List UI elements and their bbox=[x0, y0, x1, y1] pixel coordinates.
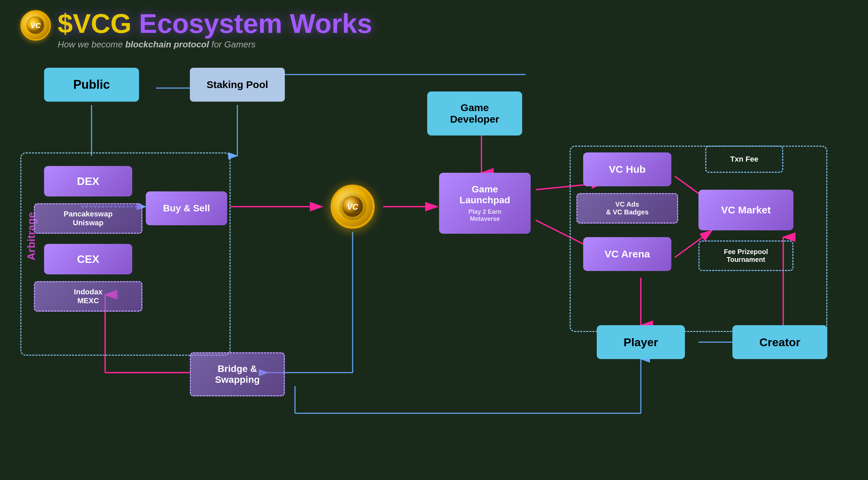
vc-market-box: VC Market bbox=[698, 190, 793, 230]
logo-coin: VC bbox=[20, 10, 51, 41]
pancake-uni-box: Pancakeswap Uniswap bbox=[34, 203, 142, 234]
public-box: Public bbox=[44, 68, 139, 102]
main-title: $VCG Ecosystem Works bbox=[58, 10, 372, 37]
subtitle: How we become blockchain protocol for Ga… bbox=[58, 39, 372, 50]
svg-text:VC: VC bbox=[31, 21, 41, 30]
bridge-swapping-box: Bridge & Swapping bbox=[190, 352, 285, 396]
subtitle-bold: blockchain protocol bbox=[125, 39, 209, 49]
cex-box: CEX bbox=[44, 244, 132, 274]
player-box: Player bbox=[597, 325, 685, 359]
dex-box: DEX bbox=[44, 166, 132, 196]
indodax-mexc-box: Indodax MEXC bbox=[34, 281, 142, 312]
svg-text:VC: VC bbox=[347, 202, 358, 211]
vc-arena-box: VC Arena bbox=[583, 237, 671, 271]
arbitrage-label: Arbitrage bbox=[25, 247, 38, 260]
game-developer-box: Game Developer bbox=[427, 91, 522, 135]
fee-prizepool-box: Fee Prizepool Tournament bbox=[698, 241, 793, 271]
buy-sell-box: Buy & Sell bbox=[146, 191, 227, 225]
diagram-container: VC $VCG Ecosystem Works How we become bl… bbox=[0, 0, 868, 480]
vc-ads-box: VC Ads & VC Badges bbox=[576, 193, 678, 224]
vcg-coin-inner: VC bbox=[339, 193, 366, 220]
creator-box: Creator bbox=[732, 325, 827, 359]
txn-fee-box: Txn Fee bbox=[705, 146, 783, 173]
header: VC $VCG Ecosystem Works How we become bl… bbox=[20, 10, 372, 50]
title-rest: Ecosystem Works bbox=[132, 8, 372, 39]
header-text: $VCG Ecosystem Works How we become block… bbox=[58, 10, 372, 50]
vc-hub-box: VC Hub bbox=[583, 152, 671, 186]
game-launchpad-box: Game Launchpad Play 2 Earn Metaverse bbox=[439, 173, 531, 234]
staking-pool-box: Staking Pool bbox=[190, 68, 285, 102]
title-vcg: $VCG bbox=[58, 8, 132, 39]
vcg-coin: VC bbox=[331, 185, 375, 229]
